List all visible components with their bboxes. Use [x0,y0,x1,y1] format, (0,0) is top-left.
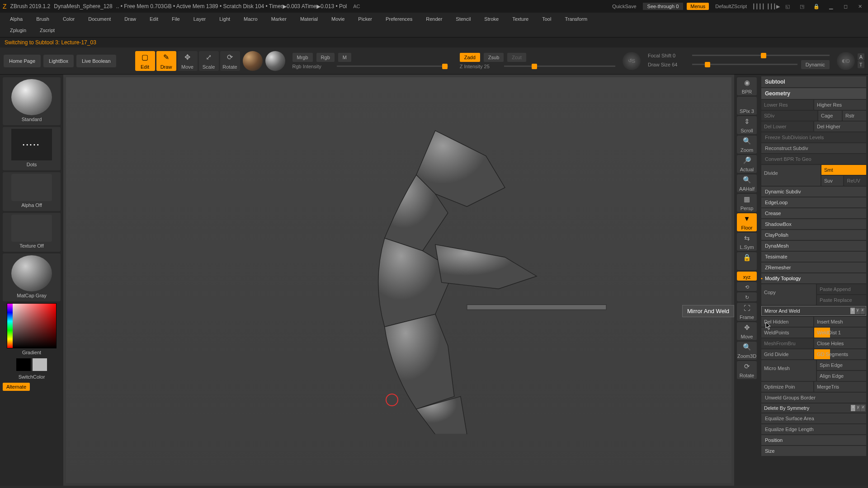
maximize-icon[interactable]: ◻ [840,2,851,11]
crease-section[interactable]: Crease [761,208,866,218]
draw-mode-button[interactable]: ✎Draw [156,51,176,71]
del-lower-button[interactable]: Del Lower [761,122,813,131]
weld-points-button[interactable]: WeldPoints [761,328,813,338]
menu-texture[interactable]: Texture [506,14,535,23]
del-hidden-button[interactable]: Del Hidden [761,317,813,327]
menu-transform[interactable]: Transform [558,14,594,23]
menu-zplugin[interactable]: Zplugin [4,26,33,34]
menu-preferences[interactable]: Preferences [379,14,419,23]
menu-light[interactable]: Light [213,14,236,23]
close-icon[interactable]: ✕ [854,2,865,11]
equalize-surface-button[interactable]: Equalize Surface Area [761,413,866,423]
suv-button[interactable]: Suv [821,176,844,186]
viewport[interactable]: Mirror And Weld [63,75,734,486]
mirror-x-axis[interactable]: x [850,308,855,314]
alternate-button[interactable]: Alternate [3,383,30,391]
floor-button[interactable]: ▼Floor [737,213,757,231]
menu-stroke[interactable]: Stroke [478,14,505,23]
delete-by-symmetry-button[interactable]: Delete By Symmetry x y z [761,404,866,413]
profile-circle-icon[interactable]: ◐D [837,52,855,70]
texture-selector[interactable]: Texture Off [3,213,61,252]
shadowbox-section[interactable]: ShadowBox [761,219,866,229]
sdiv-slider[interactable]: SDiv [761,111,817,121]
menu-movie[interactable]: Movie [325,14,351,23]
menu-macro[interactable]: Macro [237,14,264,23]
delsym-y-axis[interactable]: y [856,405,860,411]
mesh-from-brush-button[interactable]: MeshFromBru [761,338,813,348]
live-boolean-button[interactable]: Live Boolean [76,55,116,67]
paste-append-button[interactable]: Paste Append [817,284,866,294]
refresh-button[interactable]: ↻ [737,292,757,301]
stroke-selector[interactable]: ••••• Dots [3,127,61,170]
lower-res-button[interactable]: Lower Res [761,100,813,110]
menu-draw[interactable]: Draw [118,14,142,23]
paste-replace-button[interactable]: Paste Replace [817,295,866,305]
move-mode-button[interactable]: ✥Move [178,51,198,71]
spin-edge-button[interactable]: Spin Edge [817,360,866,370]
stack-back-icon[interactable]: ◱ [782,2,793,11]
gizmo-sphere[interactable] [243,51,263,71]
brush-selector[interactable]: Standard [3,77,61,125]
xyz-button[interactable]: xyz [737,272,757,281]
persp-button[interactable]: ▦Persp [737,194,757,212]
mirror-and-weld-button[interactable]: Mirror And Weld x y z [761,306,866,316]
scale-mode-button[interactable]: ⤢Scale [199,51,219,71]
dynamic-button[interactable]: Dynamic [801,60,830,69]
stack-front-icon[interactable]: ◳ [797,2,807,11]
menu-layer[interactable]: Layer [187,14,212,23]
smt-button[interactable]: Smt [821,165,866,175]
zcut-button[interactable]: Zcut [507,53,526,62]
edit-mode-button[interactable]: ▢Edit [135,51,155,71]
cycle-button[interactable]: ⟲ [737,282,757,291]
reconstruct-subdiv-button[interactable]: Reconstruct Subdiv [761,143,866,153]
subtool-section[interactable]: Subtool [761,76,866,87]
mirror-z-axis[interactable]: z [860,308,865,314]
delsym-z-axis[interactable]: z [861,405,865,411]
lock-icon[interactable]: 🔒 [811,2,822,11]
rgb-button[interactable]: Rgb [316,53,335,62]
lock-button[interactable]: 🔒 [737,252,757,270]
zoom3d-button[interactable]: 🔍Zoom3D [737,342,757,360]
a-button[interactable]: A [858,53,864,61]
menu-render[interactable]: Render [420,14,448,23]
cage-button[interactable]: Cage [818,111,842,121]
default-zscript[interactable]: DefaultZScript [712,3,750,10]
freeze-subdiv-button[interactable]: Freeze SubDivision Levels [761,132,866,142]
menu-tool[interactable]: Tool [536,14,557,23]
del-higher-button[interactable]: Del Higher [814,122,866,131]
menu-brush[interactable]: Brush [30,14,56,23]
ruler2-icon[interactable]: ┃┃┃▶ [768,2,778,11]
zadd-button[interactable]: Zadd [460,53,480,62]
weld-dist-slider[interactable]: WeldDist 1 [814,328,866,338]
rotate-mode-button[interactable]: ⟳Rotate [220,51,240,71]
aahalf-button[interactable]: 🔍AAHalf [737,174,757,192]
m-button[interactable]: M [338,53,351,62]
draw-size-slider[interactable] [692,64,797,65]
home-page-button[interactable]: Home Page [4,55,41,67]
merge-tris-button[interactable]: MergeTris [814,382,866,392]
edgeloop-section[interactable]: EdgeLoop [761,197,866,207]
rgb-intensity-slider[interactable] [337,66,448,67]
menu-zscript[interactable]: Zscript [33,26,61,34]
zsub-button[interactable]: Zsub [484,53,504,62]
micro-mesh-button[interactable]: Micro Mesh [761,360,816,381]
actual-button[interactable]: 🔎Actual [737,155,757,173]
spix-slider[interactable]: SPix 3 [737,97,757,115]
grid-divide-button[interactable]: Grid Divide [761,349,813,359]
rotate3d-button[interactable]: ⟳Rotate [737,361,757,379]
menu-marker[interactable]: Marker [265,14,293,23]
rstr-button[interactable]: Rstr [843,111,866,121]
menu-alpha[interactable]: Alpha [4,14,29,23]
mrgb-button[interactable]: Mrgb [292,53,313,62]
zoom-button[interactable]: 🔍Zoom [737,136,757,154]
menu-picker[interactable]: Picker [352,14,378,23]
menu-color[interactable]: Color [57,14,81,23]
ruler-icon[interactable]: ┃┃┃┃ [753,2,764,11]
minimize-icon[interactable]: ▁ [826,2,836,11]
unweld-groups-button[interactable]: Unweld Groups Border [761,393,866,403]
size-section[interactable]: Size [761,446,866,456]
focal-reset-icon[interactable]: ↺S [623,52,641,70]
zremesher-section[interactable]: ZRemesher [761,263,866,272]
menus-button[interactable]: Menus [687,3,709,10]
hue-bar[interactable] [7,304,13,348]
